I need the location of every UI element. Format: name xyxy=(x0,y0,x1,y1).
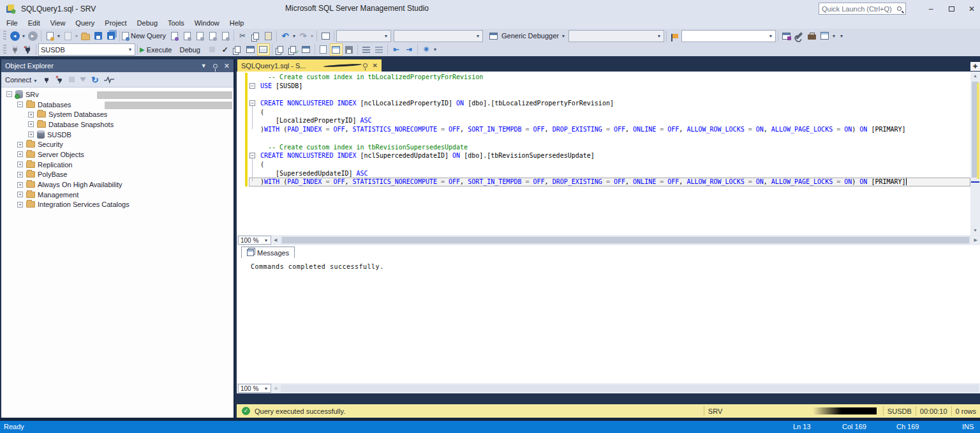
menu-view[interactable]: View xyxy=(45,18,71,28)
code-line-8[interactable] xyxy=(249,134,970,143)
query-tab[interactable]: SQLQuery1.sql - S... ✕ xyxy=(237,59,382,72)
properties-grid-dropdown[interactable]: ▼ xyxy=(831,34,836,38)
scroll-left-icon[interactable]: ◀ xyxy=(271,386,279,391)
status-insert-mode[interactable]: INS xyxy=(962,423,974,430)
connect-dropdown[interactable]: Connect ▼ xyxy=(5,76,38,84)
properties-grid-icon[interactable] xyxy=(819,30,831,42)
status-line[interactable]: Ln 13 xyxy=(793,423,811,430)
toolbar-overflow-icon[interactable]: ▼ xyxy=(433,47,438,52)
estimated-plan-icon[interactable] xyxy=(232,43,244,56)
execute-icon[interactable]: ▶ xyxy=(140,43,145,56)
save-all-icon[interactable] xyxy=(105,30,117,42)
tab-pin-icon[interactable] xyxy=(363,63,368,68)
tree-item-server-objects[interactable]: +Server Objects xyxy=(1,149,234,160)
debug-platform-combo[interactable]: ▼ xyxy=(568,30,664,42)
navigate-forward-button[interactable]: ▸ xyxy=(26,30,39,42)
database-engine-query-icon[interactable] xyxy=(168,30,181,42)
tree-item-integration-services-catalogs[interactable]: +Integration Services Catalogs xyxy=(1,200,234,210)
close-button[interactable]: ✕ xyxy=(967,4,976,13)
new-file-icon[interactable] xyxy=(43,30,56,42)
add-item-dropdown[interactable]: ▼ xyxy=(74,34,79,38)
code-line-4[interactable]: −CREATE NONCLUSTERED INDEX [nclLocalized… xyxy=(249,99,970,108)
intellisense-icon[interactable] xyxy=(257,43,270,56)
cut-icon[interactable]: ✂ xyxy=(236,30,249,42)
undo-dropdown[interactable]: ▼ xyxy=(292,34,297,38)
live-stats-icon[interactable] xyxy=(300,43,313,56)
refresh-local-cache-icon[interactable]: ✳ xyxy=(420,43,433,56)
fold-toggle-icon[interactable]: − xyxy=(249,153,255,158)
navigate-back-button[interactable]: ◂ xyxy=(8,30,21,42)
tree-item-polybase[interactable]: +PolyBase xyxy=(1,170,234,180)
flag-icon[interactable] xyxy=(669,30,681,42)
change-connection-icon[interactable] xyxy=(21,43,34,56)
wrench-icon[interactable] xyxy=(793,30,806,42)
selection-grid-icon[interactable] xyxy=(319,30,332,42)
uncomment-lines-icon[interactable] xyxy=(373,43,385,56)
mdx-query-icon[interactable] xyxy=(181,30,193,42)
results-to-file-icon[interactable] xyxy=(343,43,355,56)
collapse-icon[interactable]: − xyxy=(17,102,23,107)
toolbar-grip[interactable] xyxy=(3,31,6,41)
toolbar-grip[interactable] xyxy=(3,45,6,55)
code-line-6[interactable]: [LocalizedPropertyID] ASC xyxy=(249,116,970,125)
fold-toggle-icon[interactable]: − xyxy=(249,100,255,106)
menu-window[interactable]: Window xyxy=(189,18,225,28)
actual-plan-icon[interactable]: ✓ xyxy=(287,43,300,56)
scroll-right-icon[interactable]: ▶ xyxy=(972,238,980,243)
scroll-up-icon[interactable]: ▲ xyxy=(970,72,980,80)
scroll-left-icon[interactable]: ◀ xyxy=(271,238,279,243)
editor-horizontal-scrollbar[interactable]: 100 %▼ ◀ ▶ xyxy=(237,235,980,245)
restore-button[interactable] xyxy=(947,4,956,13)
results-horizontal-scrollbar[interactable]: 100 %▼ ◀ xyxy=(237,383,980,393)
menu-query[interactable]: Query xyxy=(70,18,100,28)
code-line-7[interactable]: )WITH (PAD_INDEX = OFF, STATISTICS_NOREC… xyxy=(249,125,970,134)
code-line-3[interactable] xyxy=(249,90,970,99)
tree-item-system-databases[interactable]: +System Databases xyxy=(1,109,234,119)
code-line-1[interactable]: -- Create custom index in tbLocalizedPro… xyxy=(249,73,970,82)
undo-icon[interactable]: ↶ xyxy=(279,30,292,42)
new-query-label[interactable]: New Query xyxy=(129,32,168,40)
menu-help[interactable]: Help xyxy=(225,18,249,28)
tree-item-database-snapshots[interactable]: +Database Snapshots xyxy=(1,119,234,130)
collapse-icon[interactable]: − xyxy=(6,91,12,97)
status-column[interactable]: Col 169 xyxy=(842,423,866,430)
expand-icon[interactable]: + xyxy=(17,151,23,157)
panel-options-icon[interactable]: ▼ xyxy=(201,63,207,69)
code-line-9[interactable]: -- Create custom index in tbRevisionSupe… xyxy=(249,143,970,152)
tab-close-icon[interactable]: ✕ xyxy=(373,62,378,69)
navigate-back-dropdown[interactable]: ▼ xyxy=(21,34,26,38)
tree-item-susdb[interactable]: +SUSDB xyxy=(1,130,234,140)
tree-item-security[interactable]: +Security xyxy=(1,139,234,149)
open-file-icon[interactable] xyxy=(79,30,92,42)
tree-item-always-on-high-availability[interactable]: +Always On High Availability xyxy=(1,179,234,190)
stop-icon[interactable] xyxy=(69,77,75,82)
tree-item-replication[interactable]: +Replication xyxy=(1,160,234,170)
save-icon[interactable] xyxy=(92,30,105,42)
debug-target-combo[interactable]: ▼ xyxy=(336,30,391,42)
expand-icon[interactable]: + xyxy=(17,162,23,167)
menu-file[interactable]: File xyxy=(1,18,23,28)
results-zoom-combo[interactable]: 100 %▼ xyxy=(238,384,271,393)
object-explorer-header[interactable]: Object Explorer ▼ ✕ xyxy=(1,59,234,72)
code-line-2[interactable]: −USE [SUSDB] xyxy=(249,82,970,91)
tab-messages[interactable]: Messages xyxy=(241,247,295,258)
fold-toggle-icon[interactable]: − xyxy=(249,83,255,89)
pin-icon[interactable] xyxy=(213,64,218,68)
expand-icon[interactable]: + xyxy=(17,142,23,148)
panel-close-icon[interactable]: ✕ xyxy=(224,62,230,70)
filter-icon[interactable] xyxy=(80,77,86,82)
code-line-13[interactable]: )WITH (PAD_INDEX = OFF, STATISTICS_NOREC… xyxy=(249,178,970,186)
results-to-text-icon[interactable] xyxy=(317,43,330,56)
expand-icon[interactable]: + xyxy=(28,112,34,118)
minimize-button[interactable]: – xyxy=(926,4,935,13)
code-line-5[interactable]: ( xyxy=(249,108,970,117)
new-file-dropdown[interactable]: ▼ xyxy=(56,34,61,38)
comment-lines-icon[interactable] xyxy=(360,43,373,56)
results-to-grid-icon[interactable] xyxy=(330,43,343,56)
menu-project[interactable]: Project xyxy=(100,18,131,28)
toolbar-overflow-icon[interactable]: ▼ xyxy=(839,34,844,38)
menu-debug[interactable]: Debug xyxy=(132,18,163,28)
sql-editor[interactable]: -- Create custom index in tbLocalizedPro… xyxy=(237,72,970,235)
add-item-icon[interactable] xyxy=(61,30,74,42)
database-combo[interactable]: SUSDB ▼ xyxy=(38,43,135,56)
